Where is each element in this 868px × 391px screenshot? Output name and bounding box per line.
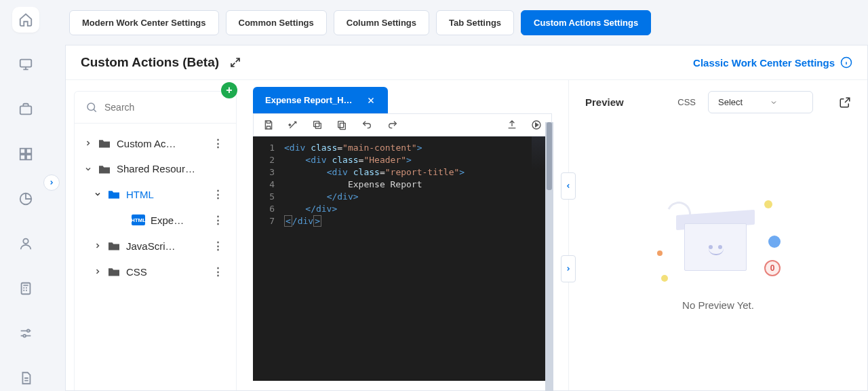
- tree-custom-actions[interactable]: Custom Ac… ⋮: [80, 130, 231, 156]
- panel-collapse-left[interactable]: [561, 172, 576, 200]
- code-editor[interactable]: 1234567 <div class="main-content"> <div …: [253, 136, 552, 381]
- kebab-icon[interactable]: ⋮: [210, 240, 226, 252]
- svg-point-9: [27, 330, 30, 333]
- nav-sliders-icon[interactable]: [12, 320, 39, 346]
- editor-scrollbar[interactable]: [545, 122, 553, 391]
- run-icon[interactable]: [531, 119, 542, 130]
- tab-custom-actions-settings[interactable]: Custom Actions Settings: [521, 10, 651, 35]
- tab-common-settings[interactable]: Common Settings: [226, 10, 327, 35]
- css-label: CSS: [677, 97, 696, 107]
- kebab-icon[interactable]: ⋮: [210, 137, 226, 149]
- magic-icon[interactable]: [288, 119, 298, 130]
- line-gutter: 1234567: [253, 136, 280, 381]
- chevron-right-icon: [94, 267, 102, 276]
- nav-monitor-icon[interactable]: [12, 52, 39, 77]
- duplicate-icon[interactable]: [336, 119, 347, 130]
- svg-point-10: [23, 335, 26, 337]
- preview-empty-text: No Preview Yet.: [682, 299, 754, 311]
- editor-panel: Expense Report_H…: [237, 80, 569, 390]
- redo-icon[interactable]: [387, 119, 399, 130]
- error-count-badge: 0: [764, 260, 781, 276]
- folder-icon: [107, 189, 121, 200]
- svg-point-12: [87, 103, 95, 111]
- svg-rect-16: [340, 123, 345, 129]
- chevron-down-icon: [84, 165, 92, 173]
- tree-html-folder[interactable]: HTML ⋮: [80, 181, 231, 207]
- code-body[interactable]: <div class="main-content"> <div class="H…: [280, 136, 465, 381]
- classic-settings-link[interactable]: Classic Work Center Settings: [693, 56, 852, 69]
- resource-tree-panel: + Custom Ac… ⋮: [74, 91, 237, 390]
- svg-rect-13: [315, 123, 321, 128]
- editor-file-tab[interactable]: Expense Report_H…: [253, 87, 388, 113]
- open-external-icon[interactable]: [839, 96, 851, 109]
- folder-icon: [107, 240, 121, 251]
- search-icon: [85, 101, 98, 113]
- rail-expand-toggle[interactable]: [43, 174, 60, 191]
- undo-icon[interactable]: [361, 119, 373, 130]
- panel-collapse-right[interactable]: [561, 255, 576, 282]
- info-icon: [840, 56, 852, 69]
- svg-rect-0: [20, 60, 32, 67]
- html-file-icon: HTML: [132, 215, 145, 225]
- kebab-icon[interactable]: ⋮: [210, 214, 226, 226]
- nav-briefcase-icon[interactable]: [12, 96, 39, 122]
- tree-shared-resources[interactable]: Shared Resour…: [80, 156, 231, 181]
- nav-document-icon[interactable]: [12, 365, 39, 391]
- svg-point-7: [23, 239, 28, 244]
- kebab-icon[interactable]: ⋮: [210, 265, 226, 278]
- search-input[interactable]: [104, 102, 225, 113]
- upload-icon[interactable]: [507, 119, 517, 130]
- svg-rect-15: [338, 122, 344, 128]
- content-card: Custom Actions (Beta) Classic Work Cente…: [65, 45, 868, 391]
- svg-rect-2: [20, 149, 25, 153]
- folder-icon: [98, 138, 111, 149]
- save-icon[interactable]: [263, 119, 274, 130]
- add-resource-button[interactable]: +: [221, 82, 237, 98]
- svg-rect-5: [26, 155, 31, 160]
- settings-tabs: Modern Work Center Settings Common Setti…: [65, 0, 868, 35]
- nav-home-icon[interactable]: [12, 7, 39, 33]
- left-nav-rail: [0, 0, 52, 391]
- folder-icon: [107, 266, 121, 277]
- close-tab-icon[interactable]: [366, 96, 376, 105]
- copy-icon[interactable]: [312, 119, 323, 130]
- chevron-right-icon: [84, 139, 92, 147]
- kebab-icon[interactable]: ⋮: [210, 188, 226, 200]
- nav-piechart-icon[interactable]: [12, 186, 39, 212]
- tree-file-expense-report[interactable]: HTML Expe… ⋮: [80, 207, 231, 233]
- nav-calculator-icon[interactable]: [12, 276, 39, 301]
- tab-column-settings[interactable]: Column Settings: [334, 10, 429, 35]
- css-select[interactable]: Select: [708, 91, 813, 113]
- nav-user-icon[interactable]: [12, 231, 39, 257]
- nav-grid-icon[interactable]: [12, 141, 39, 167]
- chevron-down-icon: [770, 98, 778, 107]
- folder-icon: [98, 164, 111, 174]
- expand-icon[interactable]: [230, 57, 241, 68]
- chevron-down-icon: [94, 190, 102, 198]
- svg-rect-4: [20, 155, 25, 160]
- empty-state-illustration: 0: [657, 183, 779, 284]
- preview-panel: Preview CSS Select: [569, 80, 867, 390]
- tree-js-folder[interactable]: JavaScri… ⋮: [80, 233, 231, 259]
- page-title: Custom Actions (Beta): [81, 55, 219, 70]
- svg-rect-1: [20, 106, 32, 114]
- svg-rect-3: [26, 149, 31, 153]
- tab-tab-settings[interactable]: Tab Settings: [436, 10, 514, 35]
- editor-toolbar: [253, 113, 552, 136]
- tab-modern-work-center[interactable]: Modern Work Center Settings: [69, 10, 219, 35]
- chevron-right-icon: [94, 242, 102, 250]
- preview-title: Preview: [585, 96, 665, 108]
- tree-css-folder[interactable]: CSS ⋮: [80, 259, 231, 284]
- svg-rect-14: [314, 122, 319, 127]
